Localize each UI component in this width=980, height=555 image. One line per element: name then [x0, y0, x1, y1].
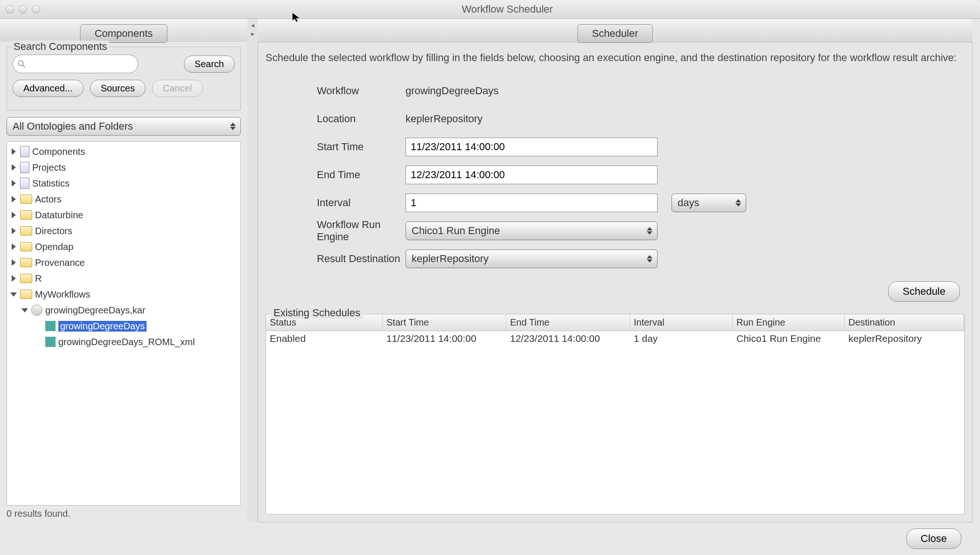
- disclosure-triangle-icon[interactable]: [10, 227, 17, 235]
- tree-item[interactable]: Components: [7, 144, 240, 160]
- tree-item[interactable]: Directors: [7, 223, 240, 239]
- workflow-label: Workflow: [266, 85, 406, 97]
- updown-icon: [645, 227, 654, 235]
- tree-item-label: Components: [32, 146, 85, 157]
- tab-scheduler[interactable]: Scheduler: [577, 24, 652, 43]
- search-components-group: Search Components Search Advanced... Sou…: [7, 47, 241, 111]
- table-cell: Enabled: [266, 331, 383, 346]
- tree-item[interactable]: Dataturbine: [7, 207, 240, 223]
- svg-point-0: [18, 61, 23, 66]
- disclosure-triangle-icon[interactable]: [10, 211, 17, 219]
- tab-components[interactable]: Components: [80, 24, 168, 43]
- minimize-window-icon[interactable]: [19, 5, 27, 14]
- tree-item-label: Statistics: [32, 178, 70, 189]
- disclosure-triangle-icon[interactable]: [10, 180, 17, 187]
- disclosure-triangle-icon[interactable]: [10, 164, 17, 171]
- tree-item-label: Projects: [32, 162, 66, 173]
- engine-label: Workflow Run Engine: [266, 219, 406, 243]
- tree-item[interactable]: Projects: [7, 160, 240, 175]
- cancel-button: Cancel: [152, 80, 203, 97]
- table-cell: 1 day: [630, 331, 733, 346]
- tree-item-label: R: [35, 273, 42, 284]
- table-cell: 11/23/2011 14:00:00: [383, 331, 506, 346]
- ontology-select[interactable]: All Ontologies and Folders: [7, 117, 241, 136]
- sources-button[interactable]: Sources: [90, 80, 146, 97]
- disclosure-triangle-icon[interactable]: [10, 259, 17, 266]
- column-header[interactable]: Interval: [630, 314, 733, 331]
- scheduler-body: Schedule the selected workflow by fillin…: [258, 42, 973, 522]
- close-button[interactable]: Close: [906, 528, 961, 549]
- footer: Close: [0, 522, 980, 555]
- column-header[interactable]: End Time: [506, 314, 630, 331]
- collapse-right-icon: ▸: [251, 30, 254, 37]
- doc-icon: [20, 162, 29, 173]
- table-body: Enabled11/23/2011 14:00:0012/23/2011 14:…: [266, 331, 964, 346]
- pkg-icon: [31, 305, 42, 316]
- schedules-table[interactable]: StatusStart TimeEnd TimeIntervalRun Engi…: [266, 314, 964, 514]
- existing-schedules-legend: Existing Schedules: [271, 307, 363, 319]
- search-icon: [17, 60, 26, 68]
- engine-select[interactable]: Chico1 Run Engine: [406, 222, 658, 240]
- disclosure-spacer: [35, 322, 42, 330]
- table-cell: keplerRepository: [845, 331, 964, 346]
- table-cell: Chico1 Run Engine: [733, 331, 845, 346]
- table-row[interactable]: Enabled11/23/2011 14:00:0012/23/2011 14:…: [266, 331, 964, 346]
- tree-item[interactable]: Statistics: [7, 175, 240, 191]
- splitter[interactable]: ◂ ▸: [247, 19, 258, 522]
- tree-item[interactable]: growingDegreeDays: [7, 318, 240, 334]
- search-legend: Search Components: [12, 41, 109, 53]
- folder-icon: [20, 210, 32, 220]
- disclosure-triangle-icon[interactable]: [10, 275, 17, 282]
- disclosure-triangle-icon[interactable]: [10, 243, 17, 250]
- tree-item-label: growingDegreeDays,kar: [45, 305, 146, 316]
- updown-icon: [228, 123, 238, 130]
- column-header[interactable]: Run Engine: [733, 314, 845, 331]
- tree-item-label: growingDegreeDays_ROML_xml: [58, 337, 195, 347]
- tree-item[interactable]: Provenance: [7, 255, 240, 271]
- column-header[interactable]: Destination: [845, 314, 964, 331]
- tree-item[interactable]: Actors: [7, 191, 240, 207]
- start-time-input[interactable]: [406, 138, 658, 156]
- interval-unit-select[interactable]: days: [672, 194, 746, 212]
- doc-icon: [20, 178, 29, 189]
- table-header: StatusStart TimeEnd TimeIntervalRun Engi…: [266, 314, 964, 331]
- component-tree[interactable]: ComponentsProjectsStatisticsActorsDatatu…: [7, 141, 241, 506]
- workflow-value: growingDegreeDays: [406, 85, 498, 97]
- disclosure-triangle-icon[interactable]: [21, 306, 28, 314]
- folder-icon: [20, 194, 32, 204]
- schedule-button[interactable]: Schedule: [888, 281, 960, 302]
- tree-item[interactable]: Opendap: [7, 239, 240, 255]
- end-time-input[interactable]: [406, 166, 658, 184]
- right-tabstrip: Scheduler: [258, 19, 973, 42]
- folder-icon: [20, 258, 32, 267]
- collapse-left-icon: ◂: [251, 21, 254, 29]
- tree-item[interactable]: growingDegreeDays_ROML_xml: [7, 334, 240, 350]
- titlebar: Workflow Scheduler: [0, 0, 980, 19]
- close-window-icon[interactable]: [6, 5, 14, 14]
- folder-icon: [20, 242, 32, 251]
- location-label: Location: [266, 113, 406, 125]
- tree-item[interactable]: R: [7, 271, 240, 286]
- tree-item[interactable]: growingDegreeDays,kar: [7, 302, 240, 318]
- tree-item-label: Provenance: [35, 257, 85, 268]
- interval-label: Interval: [266, 197, 406, 209]
- folder-icon: [20, 290, 32, 299]
- window-title: Workflow Scheduler: [40, 3, 974, 15]
- advanced-button[interactable]: Advanced...: [13, 80, 84, 97]
- tree-item-label: Directors: [35, 226, 72, 236]
- updown-icon: [645, 255, 654, 263]
- start-time-label: Start Time: [266, 141, 406, 153]
- search-button[interactable]: Search: [184, 56, 235, 73]
- destination-select[interactable]: keplerRepository: [406, 250, 658, 268]
- search-input[interactable]: [13, 55, 138, 73]
- disclosure-triangle-icon[interactable]: [10, 291, 17, 298]
- disclosure-triangle-icon[interactable]: [10, 148, 17, 155]
- disclosure-triangle-icon[interactable]: [10, 195, 17, 203]
- existing-schedules-group: Existing Schedules StatusStart TimeEnd T…: [266, 314, 965, 514]
- zoom-window-icon[interactable]: [32, 5, 40, 14]
- tree-item[interactable]: MyWorkflows: [7, 286, 240, 302]
- interval-input[interactable]: [406, 194, 658, 212]
- column-header[interactable]: Start Time: [383, 314, 506, 331]
- teal-icon: [45, 337, 56, 347]
- tree-item-label: Actors: [35, 194, 62, 205]
